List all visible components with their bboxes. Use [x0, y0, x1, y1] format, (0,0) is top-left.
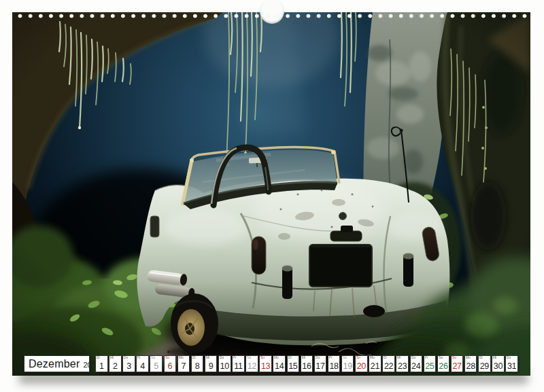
day-number: 11 — [233, 361, 244, 371]
day-number: 8 — [192, 361, 203, 371]
weekday-label: Di — [479, 356, 483, 359]
day-number: 23 — [396, 361, 408, 371]
calendar-day: Mo28 — [464, 355, 477, 372]
weekday-label: So — [452, 356, 456, 359]
weekday-label: So — [260, 356, 265, 359]
calendar-day: Fr18 — [328, 355, 341, 372]
day-number: 10 — [219, 361, 231, 371]
day-number: 28 — [465, 361, 477, 371]
weekday-label: So — [356, 356, 360, 359]
calendar-day: So20 — [355, 355, 368, 372]
calendar-day: So27 — [451, 355, 464, 372]
day-number: 31 — [506, 361, 517, 371]
weekday-label: Sa — [151, 356, 155, 359]
weekday-label: Mo — [274, 356, 279, 359]
calendar-day: Do10 — [218, 355, 231, 372]
day-number: 7 — [178, 361, 190, 371]
weekday-label: Do — [124, 356, 128, 359]
weekday-label: Di — [97, 356, 100, 359]
calendar-day: Sa12 — [245, 355, 258, 372]
month-name: Dezember — [29, 358, 80, 370]
calendar-day: Do31 — [505, 355, 518, 372]
day-number: 12 — [246, 361, 258, 371]
calendar-day: Di15 — [287, 355, 300, 372]
weekday-label: Do — [316, 356, 320, 359]
weekday-label: Mi — [302, 356, 305, 359]
calendar-day: Mi16 — [301, 355, 313, 372]
day-number: 25 — [424, 361, 436, 371]
calendar-day: Sa26 — [437, 355, 450, 372]
day-number: 5 — [150, 361, 162, 371]
weekday-label: Do — [220, 356, 224, 359]
day-number: 4 — [137, 361, 148, 371]
calendar-day: Mi9 — [205, 355, 218, 372]
calendar-day: Di1 — [95, 355, 108, 372]
weekday-label: Mi — [493, 356, 496, 359]
day-number: 1 — [96, 361, 107, 371]
day-number: 27 — [452, 361, 463, 371]
weekday-label: Di — [192, 356, 196, 359]
calendar-day: Sa19 — [341, 355, 354, 372]
day-number: 17 — [315, 361, 326, 371]
calendar-page: Dezember 2026 Di1 Mi2 Do3 Fr4 Sa5 So6 Mo… — [0, 0, 544, 392]
calendar-day: Di8 — [191, 355, 204, 372]
weekday-label: Fr — [329, 356, 333, 359]
day-number: 20 — [356, 361, 367, 371]
day-number: 3 — [123, 361, 135, 371]
calendar-day: Mo21 — [369, 355, 381, 372]
weekday-label: Mi — [206, 356, 209, 359]
weekday-label: Mo — [179, 356, 184, 359]
calendar-day: Do24 — [410, 355, 423, 372]
month-label-box: Dezember 2026 — [24, 355, 90, 372]
calendar-day: Di29 — [478, 355, 491, 372]
calendar-day: Mi30 — [492, 355, 505, 372]
weekday-label: Sa — [343, 356, 347, 359]
weekday-label: Sa — [247, 356, 251, 359]
weekday-label: Di — [384, 356, 387, 359]
weekday-label: Fr — [137, 356, 141, 359]
calendar-day: Mo7 — [177, 355, 190, 372]
weekday-label: Do — [411, 356, 415, 359]
weekday-label: Mo — [370, 356, 375, 359]
calendar-day: Sa5 — [150, 355, 163, 372]
weekday-label: So — [165, 356, 169, 359]
calendar-day: Mi23 — [396, 355, 409, 372]
calendar-day: Do3 — [122, 355, 135, 372]
calendar-day: Fr4 — [136, 355, 149, 372]
binding-holes — [15, 13, 530, 19]
calendar-day: Do17 — [314, 355, 327, 372]
calendar-strip: Dezember 2026 Di1 Mi2 Do3 Fr4 Sa5 So6 Mo… — [0, 355, 544, 372]
weekday-label: Do — [507, 356, 511, 359]
day-number: 6 — [165, 361, 176, 371]
weekday-label: Mi — [397, 356, 401, 359]
weekday-label: Mo — [466, 356, 471, 359]
weekday-label: Fr — [425, 356, 428, 359]
day-number: 18 — [328, 361, 340, 371]
day-number: 29 — [479, 361, 490, 371]
weekday-label: Di — [288, 356, 292, 359]
calendar-day: Mo14 — [273, 355, 286, 372]
day-number: 19 — [342, 361, 354, 371]
day-number: 26 — [438, 361, 449, 371]
calendar-day: So13 — [259, 355, 272, 372]
day-number: 14 — [273, 361, 285, 371]
day-number: 22 — [383, 361, 394, 371]
weekday-label: Mi — [110, 356, 114, 359]
day-number: 30 — [492, 361, 504, 371]
day-number: 15 — [288, 361, 299, 371]
day-number: 2 — [109, 361, 121, 371]
day-row: Di1 Mi2 Do3 Fr4 Sa5 So6 Mo7 Di8 Mi9 Do10… — [95, 355, 518, 372]
day-number: 16 — [301, 361, 313, 371]
calendar-day: Fr25 — [424, 355, 437, 372]
weekday-label: Sa — [439, 356, 443, 359]
day-number: 9 — [205, 361, 217, 371]
cave-car-photo — [12, 12, 530, 376]
calendar-day: Mi2 — [109, 355, 122, 372]
day-number: 24 — [411, 361, 422, 371]
calendar-day: Fr11 — [232, 355, 245, 372]
calendar-day: So6 — [164, 355, 177, 372]
day-number: 21 — [369, 361, 381, 371]
calendar-day: Di22 — [382, 355, 395, 372]
weekday-label: Fr — [233, 356, 237, 359]
day-number: 13 — [260, 361, 271, 371]
